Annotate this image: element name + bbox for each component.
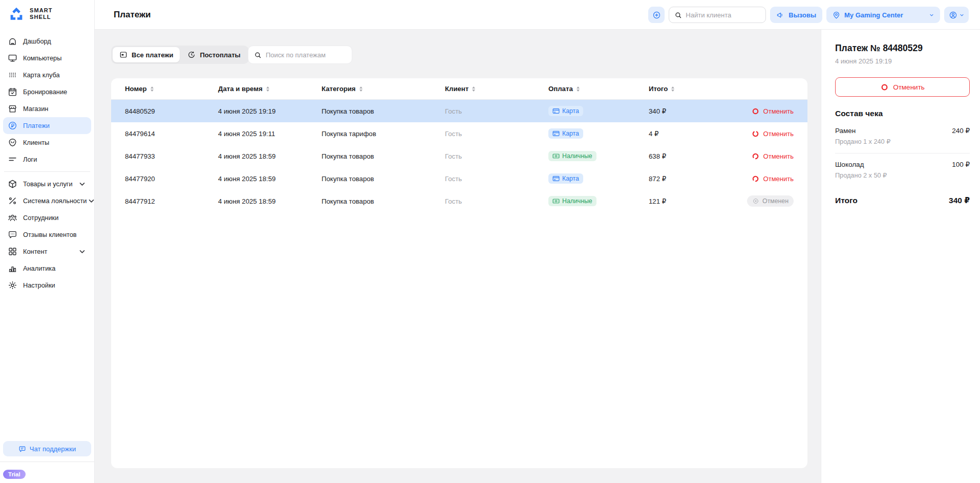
monitor-icon — [8, 53, 17, 63]
receipt-total-row: Итого 340 ₽ — [835, 196, 970, 205]
cancel-payment-button[interactable]: Отменить — [751, 152, 794, 161]
column-header-category[interactable]: Категория — [322, 85, 445, 93]
sidebar-item-logs[interactable]: Логи — [3, 151, 91, 168]
sidebar-item-analytics[interactable]: Аналитика — [3, 260, 91, 277]
receipt-divider — [835, 153, 970, 153]
payments-table: Номер Дата и время Категория Клиент Опла… — [111, 78, 807, 468]
payment-detail-title: Платеж № 84480529 — [835, 43, 970, 54]
branch-name: My Gaming Center — [844, 11, 925, 19]
sidebar-item-payments[interactable]: Платежи — [3, 117, 91, 134]
chevron-down-icon — [87, 196, 96, 206]
sidebar-item-products-services[interactable]: Товары и услуги — [3, 175, 91, 192]
column-header-payment[interactable]: Оплата — [548, 85, 649, 93]
sidebar-item-employees[interactable]: Сотрудники — [3, 209, 91, 226]
cancel-ring-icon — [751, 107, 760, 116]
table-row[interactable]: 84480529 4 июня 2025 19:19 Покупка товар… — [111, 100, 807, 122]
payments-search[interactable] — [248, 46, 352, 64]
sidebar: SMARTSHELL Дашборд Компьютеры Карта клуб… — [0, 0, 95, 483]
payments-search-input[interactable] — [266, 51, 346, 59]
top-bar-actions: Вызовы My Gaming Center — [648, 7, 969, 23]
gear-icon — [8, 280, 17, 290]
cancel-payment-button[interactable]: Отменить — [835, 77, 970, 97]
location-pin-icon — [832, 11, 841, 19]
brand-name: SMARTSHELL — [30, 7, 53, 20]
table-row[interactable]: 84477933 4 июня 2025 18:59 Покупка товар… — [111, 145, 807, 167]
branch-selector[interactable]: My Gaming Center — [826, 7, 940, 23]
chevron-down-icon — [77, 179, 87, 189]
smartshell-logo-icon — [8, 6, 25, 21]
payment-method-badge: Наличные — [548, 151, 596, 161]
user-menu-button[interactable] — [944, 7, 969, 23]
dots-grid-icon — [8, 70, 17, 80]
page-title: Платежи — [114, 10, 151, 20]
table-row[interactable]: 84479614 4 июня 2025 19:11 Покупка тариф… — [111, 122, 807, 145]
sidebar-item-content[interactable]: Контент — [3, 243, 91, 260]
sidebar-item-club-card[interactable]: Карта клуба — [3, 67, 91, 83]
support-chat-button[interactable]: Чат поддержки — [3, 441, 91, 456]
sort-icon — [151, 86, 154, 92]
search-icon — [254, 51, 262, 59]
home-icon — [8, 36, 17, 46]
table-row[interactable]: 84477912 4 июня 2025 18:59 Покупка товар… — [111, 190, 807, 212]
storefront-icon — [8, 104, 17, 114]
payments-tabs: Все платежи Постоплаты — [111, 46, 249, 64]
sidebar-divider — [4, 171, 90, 172]
column-header-number[interactable]: Номер — [125, 85, 218, 93]
sidebar-item-reviews[interactable]: Отзывы клиентов — [3, 226, 91, 243]
cancel-ring-icon — [751, 152, 760, 161]
ruble-circle-icon — [8, 121, 17, 130]
sort-icon — [671, 86, 674, 92]
calls-button[interactable]: Вызовы — [770, 7, 822, 23]
payment-method-badge: Наличные — [548, 196, 596, 206]
cancelled-circle-x-icon — [752, 197, 759, 205]
top-bar: Платежи Вызовы My Gaming Center — [95, 0, 980, 30]
sidebar-menu: Дашборд Компьютеры Карта клуба Бронирова… — [3, 33, 91, 294]
receipt-heading: Состав чека — [835, 109, 970, 118]
column-header-client[interactable]: Клиент — [445, 85, 548, 93]
wallet-icon — [119, 51, 127, 59]
sidebar-item-booking[interactable]: Бронирование — [3, 83, 91, 100]
people-group-icon — [8, 213, 17, 223]
user-circle-icon — [949, 11, 957, 19]
cancel-payment-button[interactable]: Отменить — [751, 174, 794, 183]
receipt-item-name: Рамен — [835, 127, 856, 135]
cancel-payment-button[interactable]: Отменить — [751, 129, 794, 138]
tab-all-payments[interactable]: Все платежи — [113, 47, 180, 62]
payment-detail-datetime: 4 июня 2025 19:19 — [835, 57, 970, 65]
receipt-total-label: Итого — [835, 196, 858, 205]
sort-icon — [266, 86, 269, 92]
brand-logo: SMARTSHELL — [0, 0, 94, 21]
receipt-item-sold: Продано 2 x 50 ₽ — [835, 171, 970, 179]
receipt-item: Рамен 240 ₽ Продано 1 x 240 ₽ — [835, 126, 970, 145]
sidebar-item-settings[interactable]: Настройки — [3, 277, 91, 294]
payment-detail-panel: Платеж № 84480529 4 июня 2025 19:19 Отме… — [821, 30, 980, 483]
sort-icon — [472, 86, 475, 92]
chat-bubble-icon — [18, 445, 26, 453]
alien-face-icon — [8, 138, 17, 147]
column-header-total[interactable]: Итого — [649, 85, 720, 93]
grid-squares-icon — [8, 247, 17, 256]
chevron-down-icon — [929, 12, 934, 18]
sidebar-item-loyalty[interactable]: Система лояльности — [3, 192, 91, 209]
receipt-item-name: Шоколад — [835, 161, 864, 168]
cancel-ring-icon — [751, 129, 760, 138]
tab-postpayments[interactable]: Постоплаты — [181, 47, 247, 62]
add-button[interactable] — [648, 7, 665, 23]
sidebar-item-shop[interactable]: Магазин — [3, 100, 91, 117]
receipt-item-sold: Продано 1 x 240 ₽ — [835, 138, 970, 145]
cancel-ring-icon — [751, 174, 760, 183]
sidebar-item-clients[interactable]: Клиенты — [3, 134, 91, 151]
cancel-payment-button[interactable]: Отменить — [751, 107, 794, 116]
table-row[interactable]: 84477920 4 июня 2025 18:59 Покупка товар… — [111, 167, 807, 190]
sidebar-item-computers[interactable]: Компьютеры — [3, 50, 91, 67]
client-search[interactable] — [669, 7, 766, 23]
column-header-datetime[interactable]: Дата и время — [218, 85, 322, 93]
client-search-input[interactable] — [686, 11, 760, 19]
chat-bubble-dots-icon — [8, 230, 17, 239]
cube-icon — [8, 179, 17, 189]
sidebar-item-dashboard[interactable]: Дашборд — [3, 33, 91, 50]
payment-method-badge: Карта — [548, 173, 583, 184]
payment-method-badge: Карта — [548, 128, 583, 139]
plus-circle-icon — [652, 11, 661, 19]
megaphone-icon — [776, 11, 785, 19]
